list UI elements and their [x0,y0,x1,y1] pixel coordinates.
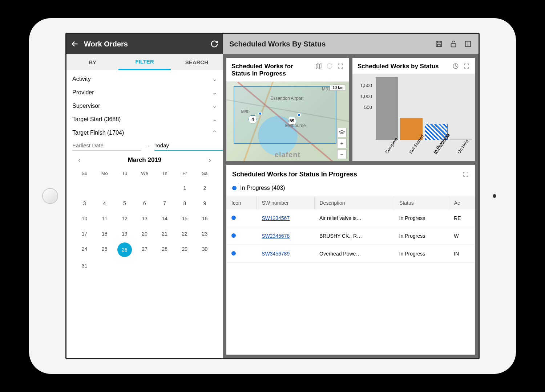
tab-search[interactable]: SEARCH [171,54,223,70]
calendar-day[interactable]: 13 [134,211,154,226]
row-description: Overhead Powe… [314,245,394,262]
row-activity: W [449,227,475,245]
calendar-day[interactable]: 17 [74,226,94,241]
calendar-day[interactable]: 22 [175,226,195,241]
row-status-icon [231,251,236,256]
chevron-down-icon: ⌄ [212,89,217,96]
map-refresh-icon[interactable] [326,63,333,69]
filter-label: Target Finish (1704) [72,130,124,136]
chart-card-title: Scheduled Works by Status [358,63,449,70]
next-month-icon[interactable]: › [209,156,211,164]
zoom-in-icon[interactable]: + [337,139,347,148]
calendar-day[interactable]: 24 [74,241,94,258]
calendar-day[interactable]: 25 [94,241,114,258]
filter-target-start[interactable]: Target Start (3688)⌄ [72,113,217,126]
table-row[interactable]: SW1234567Air relief valve is…In Progress… [226,209,475,227]
table-header[interactable]: Status [394,196,449,209]
table-row[interactable]: SW2345678BRUSHY CK., R…In ProgressW [226,227,475,245]
sw-number-link[interactable]: SW2345678 [262,233,290,239]
tablet-home-button[interactable] [42,188,58,204]
calendar-day[interactable]: 10 [74,211,94,226]
row-description: Air relief valve is… [314,209,394,227]
calendar-day[interactable]: 18 [94,226,114,241]
calendar-day[interactable]: 19 [114,226,134,241]
fullscreen-icon[interactable] [463,171,469,177]
map-card-title: Scheduled Works for Status In Progress [231,63,312,78]
calendar-dow: Mo [94,168,114,180]
calendar-day[interactable]: 21 [155,226,175,241]
calendar-day[interactable]: 12 [114,211,134,226]
table-row[interactable]: SW3456789Overhead Powe…In ProgressIN [226,245,475,262]
calendar-dow: Th [155,168,175,180]
sw-number-link[interactable]: SW3456789 [262,251,290,257]
map-marker-icon [258,112,262,115]
map-selection [234,86,336,144]
calendar-day[interactable]: 11 [94,211,114,226]
calendar-day[interactable]: 9 [195,196,215,211]
filter-supervisor[interactable]: Supervisor⌄ [72,99,217,113]
map-watermark: elafent [275,151,300,159]
refresh-icon[interactable] [210,40,218,48]
earliest-date-input[interactable] [72,141,141,151]
calendar-dow: Tu [114,168,134,180]
calendar-day[interactable]: 28 [155,241,175,258]
filter-activity[interactable]: Activity⌄ [72,72,217,86]
zoom-out-icon[interactable]: − [337,150,347,159]
map-canvas[interactable]: 10 km elafent 459Essendon AirportMelbour… [226,81,349,161]
back-icon[interactable] [71,40,79,48]
calendar-day[interactable]: 23 [195,226,215,241]
calendar-day[interactable]: 4 [94,196,114,211]
row-status-icon [231,216,236,220]
calendar-day[interactable]: 5 [114,196,134,211]
table-header[interactable]: Ac [449,196,475,209]
calendar-day[interactable]: 6 [134,196,154,211]
bar-chart[interactable]: 1,5001,000500 CompleteNot StartedIn Prog… [352,74,475,161]
chart-card: Scheduled Works by Status 1,5001,000500 [352,58,475,161]
sw-number-link[interactable]: SW1234567 [262,215,290,221]
row-status: In Progress [394,209,449,227]
save-icon[interactable] [435,40,443,48]
prev-month-icon[interactable]: ‹ [78,156,81,164]
calendar-day[interactable]: 30 [195,241,215,258]
map-export-icon[interactable] [315,63,322,69]
filter-provider[interactable]: Provider⌄ [72,86,217,99]
calendar-day[interactable]: 14 [155,211,175,226]
work-orders-panel: Work Orders BY FILTER SEARCH Activity⌄ P… [66,34,223,358]
layers-icon[interactable] [337,128,347,137]
table-header[interactable]: Description [314,196,394,209]
calendar-day[interactable]: 31 [74,258,94,273]
fullscreen-icon[interactable] [337,63,344,69]
status-filter[interactable]: In Progress (403) [226,181,475,196]
calendar-day[interactable]: 20 [134,226,154,241]
pie-chart-icon[interactable] [452,63,459,69]
table-card-title: Scheduled Works for Status In Progress [232,171,463,178]
calendar-day[interactable]: 3 [74,196,94,211]
tablet-camera [493,194,496,198]
latest-date-input[interactable] [154,141,223,151]
calendar-day[interactable]: 8 [175,196,195,211]
tab-filter[interactable]: FILTER [118,54,170,70]
fullscreen-icon[interactable] [463,63,470,69]
calendar-day[interactable]: 1 [175,180,195,196]
map-scale: 10 km [330,85,346,90]
calendar-day[interactable]: 27 [134,241,154,258]
y-tick: 500 [356,102,372,113]
lock-icon[interactable] [449,40,457,48]
table-header[interactable]: SW number [257,196,314,209]
layout-icon[interactable] [464,40,472,48]
calendar-day[interactable]: 2 [195,180,215,196]
chevron-up-icon: ⌃ [212,129,217,136]
calendar-day[interactable]: 29 [175,241,195,258]
calendar-day[interactable]: 15 [175,211,195,226]
tab-by[interactable]: BY [66,54,118,70]
calendar-day[interactable]: 26 [114,241,134,258]
map-place-label: M80 [241,109,249,114]
calendar-day[interactable]: 7 [155,196,175,211]
calendar-dow: Sa [195,168,215,180]
panel-title: Work Orders [84,40,205,48]
calendar-day[interactable]: 16 [195,211,215,226]
svg-rect-1 [437,44,440,46]
table-header[interactable]: Icon [226,196,257,209]
filter-target-finish[interactable]: Target Finish (1704)⌃ [72,126,217,139]
filter-label: Target Start (3688) [72,116,121,123]
